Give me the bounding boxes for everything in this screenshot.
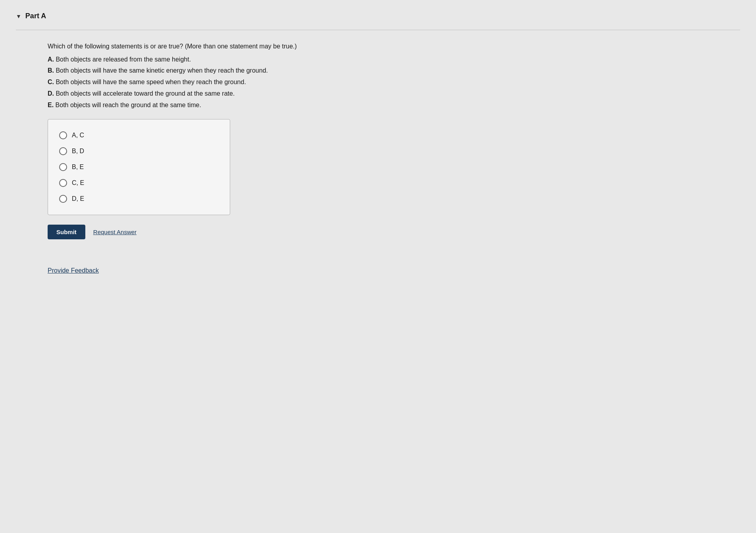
option-ac-label: A, C — [72, 132, 84, 139]
statement-e: E. Both objects will reach the ground at… — [48, 100, 740, 111]
radio-ac[interactable] — [59, 131, 67, 139]
option-bd[interactable]: B, D — [59, 143, 219, 159]
option-be-label: B, E — [72, 164, 84, 171]
part-title: Part A — [25, 12, 46, 20]
option-bd-label: B, D — [72, 148, 84, 155]
answer-selection-box: A, C B, D B, E C, E D, E — [48, 119, 230, 215]
question-intro: Which of the following statements is or … — [48, 41, 740, 52]
statement-c: C. Both objects will have the same speed… — [48, 77, 740, 88]
statement-a: A. Both objects are released from the sa… — [48, 54, 740, 65]
radio-bd[interactable] — [59, 147, 67, 155]
statement-b: B. Both objects will have the same kinet… — [48, 65, 740, 77]
option-de-label: D, E — [72, 195, 84, 202]
request-answer-button[interactable]: Request Answer — [93, 229, 137, 235]
provide-feedback-button[interactable]: Provide Feedback — [48, 267, 99, 274]
section-divider — [16, 30, 740, 30]
button-row: Submit Request Answer — [48, 225, 740, 239]
part-header: ▼ Part A — [16, 12, 740, 20]
option-ce[interactable]: C, E — [59, 175, 219, 191]
chevron-down-icon[interactable]: ▼ — [16, 13, 21, 19]
option-be[interactable]: B, E — [59, 159, 219, 175]
option-ac[interactable]: A, C — [59, 127, 219, 143]
radio-be[interactable] — [59, 163, 67, 171]
statement-d: D. Both objects will accelerate toward t… — [48, 88, 740, 100]
option-de[interactable]: D, E — [59, 191, 219, 207]
statements-list: A. Both objects are released from the sa… — [48, 54, 740, 111]
submit-button[interactable]: Submit — [48, 225, 85, 239]
option-ce-label: C, E — [72, 179, 84, 187]
page-container: ▼ Part A Which of the following statemen… — [0, 0, 756, 533]
radio-ce[interactable] — [59, 179, 67, 187]
question-area: Which of the following statements is or … — [16, 41, 740, 274]
radio-de[interactable] — [59, 195, 67, 203]
